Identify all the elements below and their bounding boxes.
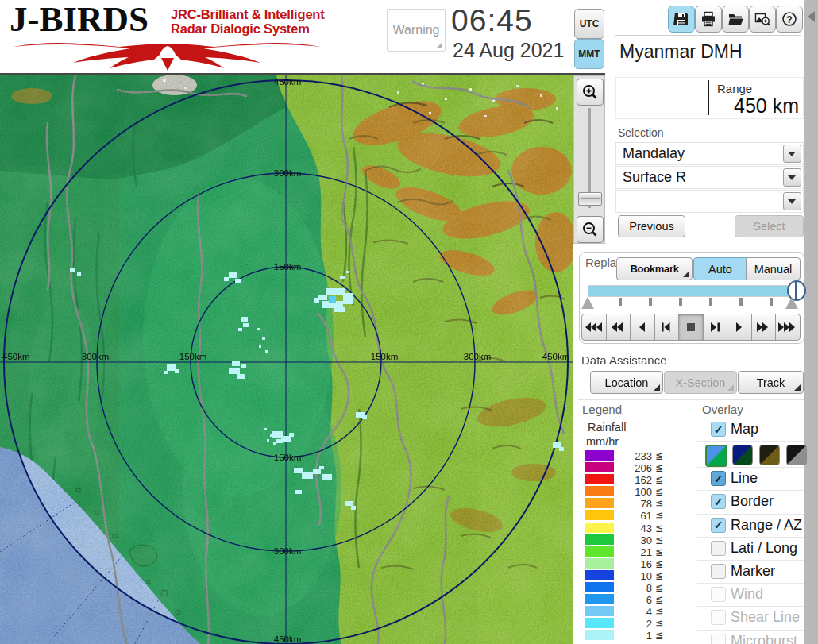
zoom-in-button[interactable] <box>577 79 604 106</box>
legend-value: 1 <box>620 630 652 642</box>
legend-operator: ≦ <box>655 546 663 557</box>
checkbox-marker[interactable] <box>711 564 726 579</box>
playback-play-reverse-button[interactable] <box>630 314 655 341</box>
x-section-button[interactable]: X-Section <box>664 371 737 394</box>
playback-fast-rewind-button[interactable] <box>581 314 607 341</box>
replay-timeline-track[interactable] <box>588 285 801 297</box>
checkbox-map[interactable]: ✓ <box>711 422 726 437</box>
legend-row: 61≦ <box>579 509 696 521</box>
legend-row: 233≦ <box>579 449 696 461</box>
x-section-button-label: X-Section <box>676 376 726 389</box>
playback-forward-button[interactable] <box>751 314 777 341</box>
option-dropdown[interactable] <box>615 190 804 213</box>
legend-value: 30 <box>620 534 652 546</box>
overlay-item-border[interactable]: ✓Border <box>697 491 804 514</box>
panel-collapse-rail[interactable] <box>804 0 818 644</box>
step-back-icon <box>657 321 676 334</box>
map-style-swatch-2[interactable] <box>732 445 753 465</box>
playback-fast-forward-button[interactable] <box>775 314 801 341</box>
ring-label: 300km <box>82 352 110 361</box>
legend-row: 78≦ <box>579 497 696 509</box>
legend-swatch <box>585 486 614 496</box>
overlay-item-marker[interactable]: Marker <box>697 561 804 584</box>
utc-button[interactable]: UTC <box>574 9 604 39</box>
timeline-end-marker[interactable] <box>785 297 798 309</box>
dropdown-arrow-icon[interactable] <box>783 145 801 163</box>
bookmark-button[interactable]: Bookmark <box>616 257 693 280</box>
play-icon <box>730 321 749 334</box>
range-label: Range <box>717 82 752 95</box>
playback-rewind-button[interactable] <box>606 314 631 341</box>
checkbox-range-az[interactable]: ✓ <box>711 518 726 533</box>
save-button[interactable] <box>668 6 695 33</box>
manual-button[interactable]: Manual <box>746 257 801 280</box>
checkbox-lati-long[interactable] <box>711 541 726 556</box>
station-name: Myanmar DMH <box>619 41 743 63</box>
open-folder-button[interactable] <box>722 6 749 33</box>
legend-swatch <box>585 630 614 640</box>
map-zoom-control <box>573 75 605 244</box>
timeline-start-marker[interactable] <box>581 297 594 309</box>
overlay-item-lati-long[interactable]: Lati / Long <box>697 538 804 561</box>
auto-button[interactable]: Auto <box>693 257 747 280</box>
legend-row: 206≦ <box>579 461 696 473</box>
timeline-tick <box>649 298 652 306</box>
checkbox-line[interactable]: ✓ <box>711 471 726 486</box>
timeline-tick <box>770 298 773 306</box>
mmt-button[interactable]: MMT <box>574 39 604 69</box>
map-style-swatch-3[interactable] <box>759 445 780 465</box>
collapse-arrow-icon[interactable] <box>808 11 815 22</box>
zoom-out-button[interactable] <box>577 216 604 243</box>
playback-play-button[interactable] <box>727 314 752 341</box>
overlay-item-map[interactable]: ✓Map <box>697 418 804 442</box>
previous-button[interactable]: Previous <box>618 215 685 237</box>
overlay-item-label: Range / AZ <box>731 517 802 534</box>
dropdown-arrow-icon[interactable] <box>783 192 801 210</box>
playback-step-forward-button[interactable] <box>703 314 728 341</box>
select-button[interactable]: Select <box>735 215 804 237</box>
overlay-item-shear-line[interactable]: Shear Line <box>697 607 804 630</box>
map-style-swatch-4[interactable] <box>786 445 807 465</box>
playback-stop-button[interactable] <box>678 314 704 341</box>
site-dropdown[interactable]: Mandalay <box>615 142 804 165</box>
legend-value: 233 <box>620 450 652 462</box>
legend-row: 2≦ <box>579 617 696 629</box>
overlay-item-microburst[interactable]: Microburst <box>697 631 804 644</box>
location-button[interactable]: Location <box>590 371 663 394</box>
ring-label: 300km <box>274 168 302 178</box>
legend-row: 6≦ <box>579 593 696 605</box>
data-assistance-label: Data Assistance <box>581 353 667 367</box>
checkbox-wind[interactable] <box>711 587 726 602</box>
legend-value: 4 <box>620 606 652 618</box>
map-style-swatch-1[interactable] <box>705 445 727 467</box>
overlay-item-line[interactable]: ✓Line <box>697 468 804 491</box>
product-dropdown[interactable]: Surface R <box>615 166 804 189</box>
checkbox-shear-line[interactable] <box>711 610 726 625</box>
zoom-slider-handle[interactable] <box>578 192 602 206</box>
overlay-item-range-az[interactable]: ✓Range / AZ <box>697 515 804 538</box>
timeline-tick <box>619 298 622 306</box>
svg-text:?: ? <box>786 14 792 25</box>
product-dropdown-value: Surface R <box>623 169 686 186</box>
help-button[interactable]: ? <box>776 6 803 33</box>
dropdown-arrow-icon[interactable] <box>783 168 801 187</box>
legend-swatch <box>585 534 614 545</box>
add-image-button[interactable] <box>749 6 776 33</box>
timeline-tick <box>709 298 712 306</box>
track-button[interactable]: Track <box>738 371 804 394</box>
radar-map[interactable]: 450km 300km 150km 150km 300km 450km 450k… <box>0 75 573 644</box>
legend-value: 206 <box>620 462 652 474</box>
playback-step-back-button[interactable] <box>654 314 680 341</box>
checkbox-microburst[interactable] <box>711 634 726 644</box>
print-button[interactable] <box>695 6 722 33</box>
legend-swatch <box>585 570 614 580</box>
timeline-tick <box>739 298 743 306</box>
site-dropdown-value: Mandalay <box>623 145 685 162</box>
legend-swatch <box>585 618 614 628</box>
help-icon: ? <box>781 11 797 27</box>
range-display: Range 450 km <box>615 77 804 119</box>
ring-label: 150km <box>274 262 302 272</box>
warning-button[interactable]: Warning <box>387 9 446 52</box>
overlay-item-wind[interactable]: Wind <box>697 584 804 607</box>
checkbox-border[interactable]: ✓ <box>711 494 726 509</box>
